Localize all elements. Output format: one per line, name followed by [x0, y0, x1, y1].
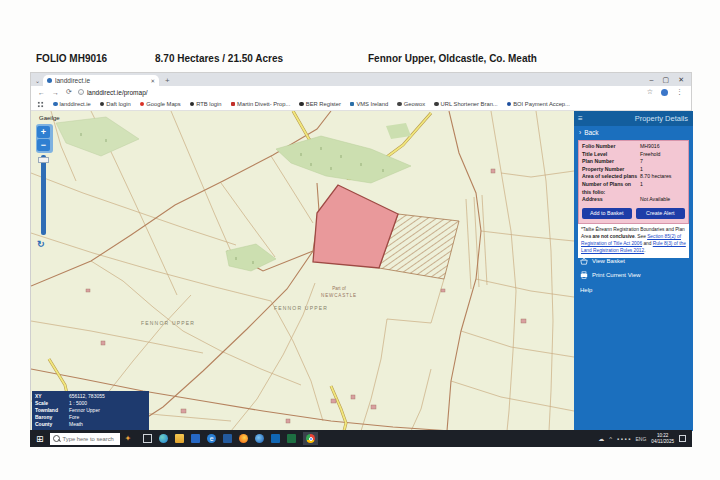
scanned-screenshot-page: FOLIO MH9016 8.70 Hectares / 21.50 Acres… — [0, 0, 720, 480]
tray-icons[interactable]: ▪ ▪ ▪ ▪ — [617, 436, 631, 442]
new-tab-button[interactable]: + — [165, 76, 170, 85]
task-view-icon[interactable] — [143, 434, 152, 443]
language-toggle-link[interactable]: Gaeilge — [39, 115, 60, 121]
zoom-slider-track[interactable] — [41, 155, 46, 235]
basket-icon — [580, 257, 588, 265]
map-refresh-icon[interactable]: ↻ — [37, 239, 45, 249]
bookmark-item[interactable]: RTB login — [190, 101, 222, 107]
plans-count-value: 1 — [640, 181, 643, 196]
disclaimer-note: *Tailte Éireann Registration Boundaries … — [578, 224, 689, 258]
file-explorer-icon[interactable] — [175, 434, 184, 443]
bookmark-item[interactable]: Martin Divett- Prop... — [231, 101, 291, 107]
excel-icon[interactable] — [287, 434, 296, 443]
folio-details-card: Folio NumberMH9016 Title LevelFreehold P… — [578, 140, 689, 224]
maximize-button[interactable]: ▢ — [663, 76, 670, 84]
bookmark-item[interactable]: BER Register — [299, 101, 341, 107]
back-link[interactable]: › Back — [579, 129, 599, 136]
bookmarks-bar: landdirect.ie Daft login Google Maps RTB… — [31, 98, 691, 111]
edge-icon[interactable] — [159, 434, 168, 443]
plan-number-value: 7 — [640, 158, 643, 166]
hamburger-menu-icon[interactable]: ≡ — [578, 114, 583, 123]
view-basket-link[interactable]: View Basket — [580, 257, 625, 265]
edge-blue-icon[interactable] — [255, 434, 264, 443]
panel-header: ≡ Property Details — [574, 111, 693, 126]
back-icon[interactable]: ← — [38, 89, 45, 96]
url-text[interactable]: landdirect.ie/promap/ — [87, 89, 148, 96]
system-tray: ☁ ^ ▪ ▪ ▪ ▪ ENG 10:22 04/11/2025 — [598, 433, 692, 443]
search-icon — [53, 435, 60, 442]
panel-title: Property Details — [635, 114, 688, 123]
browser-window: ⌄ landdirect.ie ✕ + – ▢ ✕ ← → ⟳ i landdi… — [30, 72, 692, 447]
apps-grid-icon[interactable] — [37, 101, 44, 108]
tab-favicon-icon — [47, 78, 52, 83]
address-heading: Fennor Upper, Oldcastle, Co. Meath — [368, 53, 537, 64]
county-value: Meath — [69, 421, 83, 428]
search-highlights-icon[interactable]: ✦ — [125, 434, 132, 443]
bookmark-item[interactable]: Daft login — [100, 101, 131, 107]
bookmark-item[interactable]: BOI Payment Accep... — [507, 101, 570, 107]
profile-avatar[interactable] — [661, 89, 668, 96]
property-number-value: 1 — [640, 166, 643, 174]
folio-number-value: MH9016 — [640, 143, 660, 151]
barony-value: Fore — [69, 414, 79, 421]
zoom-control: + − — [36, 124, 53, 153]
outlook-icon[interactable] — [271, 434, 280, 443]
map-info-box: XY656112, 783055 Scale1 : 5000 TownlandF… — [32, 391, 149, 430]
mail-icon[interactable] — [223, 434, 232, 443]
add-to-basket-button[interactable]: Add to Basket — [582, 208, 632, 219]
help-link[interactable]: Help — [580, 287, 592, 293]
minimize-button[interactable]: – — [650, 76, 654, 84]
bookmark-star-icon[interactable]: ☆ — [647, 88, 653, 96]
land-registry-map[interactable]: FENNOR UPPER FENNOR UPPER Part of NEWCAS… — [31, 111, 574, 431]
area-heading: 8.70 Hectares / 21.50 Acres — [155, 53, 283, 64]
bookmark-item[interactable]: VMS Ireland — [350, 101, 388, 107]
scale-value: 1 : 5000 — [69, 400, 87, 407]
url-box[interactable]: i landdirect.ie/promap/ — [78, 89, 148, 96]
folio-number-heading: FOLIO MH9016 — [36, 53, 107, 64]
townland-label: FENNOR UPPER — [141, 320, 195, 326]
windows-taskbar: ⊞ Type here to search ✦ e ☁ ^ — [30, 430, 692, 447]
zoom-slider-handle[interactable] — [38, 157, 49, 163]
bookmark-item[interactable]: Geowox — [397, 101, 425, 107]
tab-search-chevron-icon[interactable]: ⌄ — [35, 77, 40, 84]
browser-tab[interactable]: landdirect.ie ✕ — [43, 75, 159, 86]
photos-icon[interactable] — [191, 434, 200, 443]
printer-icon — [580, 271, 588, 279]
onedrive-cloud-icon[interactable]: ☁ — [598, 435, 604, 442]
zoom-out-button[interactable]: − — [37, 139, 50, 151]
print-current-view-link[interactable]: Print Current View — [580, 271, 641, 279]
firefox-icon[interactable] — [239, 434, 248, 443]
bookmark-item[interactable]: URL Shortener Bran... — [434, 101, 498, 107]
townland-value: Fennor Upper — [69, 407, 100, 414]
close-button[interactable]: ✕ — [678, 76, 684, 84]
internet-explorer-icon[interactable]: e — [207, 434, 216, 443]
newcastle-label: Part of — [332, 286, 346, 291]
window-controls: – ▢ ✕ — [650, 76, 691, 86]
property-details-panel: ≡ Property Details › Back Folio NumberMH… — [574, 111, 693, 431]
area-value: 8.70 hectares — [640, 173, 671, 181]
create-alert-button[interactable]: Create Alert — [636, 208, 686, 219]
newcastle-label: NEWCASTLE — [321, 293, 357, 298]
address-value: Not Available — [640, 196, 670, 204]
hidden-icons-chevron[interactable]: ^ — [609, 436, 612, 442]
site-info-icon[interactable]: i — [78, 89, 84, 95]
taskbar-search-input[interactable]: Type here to search — [50, 433, 120, 445]
bookmark-item[interactable]: landdirect.ie — [53, 101, 91, 107]
bookmark-item[interactable]: Google Maps — [140, 101, 181, 107]
tab-close-icon[interactable]: ✕ — [150, 78, 155, 84]
chevron-right-icon: › — [579, 129, 581, 136]
refresh-icon[interactable]: ⟳ — [66, 88, 72, 96]
start-button[interactable]: ⊞ — [36, 434, 44, 444]
clock[interactable]: 10:22 04/11/2025 — [651, 433, 674, 443]
chrome-active-icon[interactable] — [303, 432, 318, 445]
townland-label: FENNOR UPPER — [274, 305, 328, 311]
action-center-icon[interactable] — [679, 435, 686, 442]
browser-menu-icon[interactable]: ⋮ — [676, 88, 683, 96]
forward-icon[interactable]: → — [52, 89, 59, 96]
zoom-in-button[interactable]: + — [37, 126, 50, 138]
map-viewport[interactable]: FENNOR UPPER FENNOR UPPER Part of NEWCAS… — [31, 111, 574, 431]
title-level-value: Freehold — [640, 151, 660, 159]
xy-value: 656112, 783055 — [69, 393, 105, 400]
tab-strip: ⌄ landdirect.ie ✕ + – ▢ ✕ — [31, 73, 691, 86]
language-indicator[interactable]: ENG — [636, 436, 647, 442]
